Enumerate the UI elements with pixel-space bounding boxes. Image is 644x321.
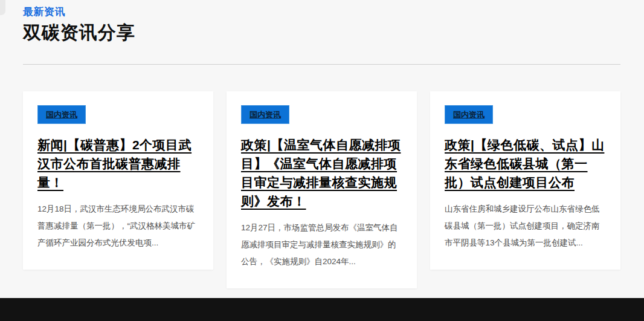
category-badge[interactable]: 国内资讯 <box>37 105 86 124</box>
news-card: 国内资讯 新闻|【碳普惠】2个项目武汉市公布首批碳普惠减排量！ 12月18日，武… <box>23 91 213 270</box>
news-title-link[interactable]: 新闻|【碳普惠】2个项目武汉市公布首批碳普惠减排量！ <box>37 135 199 192</box>
news-title-link[interactable]: 政策|【绿色低碳、试点】山东省绿色低碳县城（第一批）试点创建项目公布 <box>445 135 606 192</box>
section-eyebrow: 最新资讯 <box>23 5 620 19</box>
news-section: 最新资讯 双碳资讯分享 国内资讯 新闻|【碳普惠】2个项目武汉市公布首批碳普惠减… <box>23 5 620 288</box>
news-card-list: 国内资讯 新闻|【碳普惠】2个项目武汉市公布首批碳普惠减排量！ 12月18日，武… <box>23 91 620 288</box>
news-excerpt: 12月18日，武汉市生态环境局公布武汉市碳普惠减排量（第一批），“武汉格林美城市… <box>37 201 199 251</box>
news-card: 国内资讯 政策|【绿色低碳、试点】山东省绿色低碳县城（第一批）试点创建项目公布 … <box>430 91 620 270</box>
news-title-link[interactable]: 政策|【温室气体自愿减排项目】《温室气体自愿减排项目审定与减排量核查实施规则》发… <box>241 135 402 210</box>
footer-bar <box>0 298 644 321</box>
page-title: 双碳资讯分享 <box>23 21 620 45</box>
news-page: { "theme": { "page_background": "#f7f7f7… <box>0 0 644 321</box>
category-badge[interactable]: 国内资讯 <box>241 105 289 124</box>
news-excerpt: 12月27日，市场监管总局发布《温室气体自愿减排项目审定与减排量核查实施规则》的… <box>241 219 402 270</box>
category-badge[interactable]: 国内资讯 <box>445 105 493 124</box>
news-excerpt: 山东省住房和城乡建设厅公布山东省绿色低碳县城（第一批）试点创建项目，确定济南市平… <box>445 201 606 251</box>
section-divider <box>23 64 620 65</box>
scrollbar-remnant <box>0 0 5 15</box>
news-card: 国内资讯 政策|【温室气体自愿减排项目】《温室气体自愿减排项目审定与减排量核查实… <box>227 91 417 288</box>
